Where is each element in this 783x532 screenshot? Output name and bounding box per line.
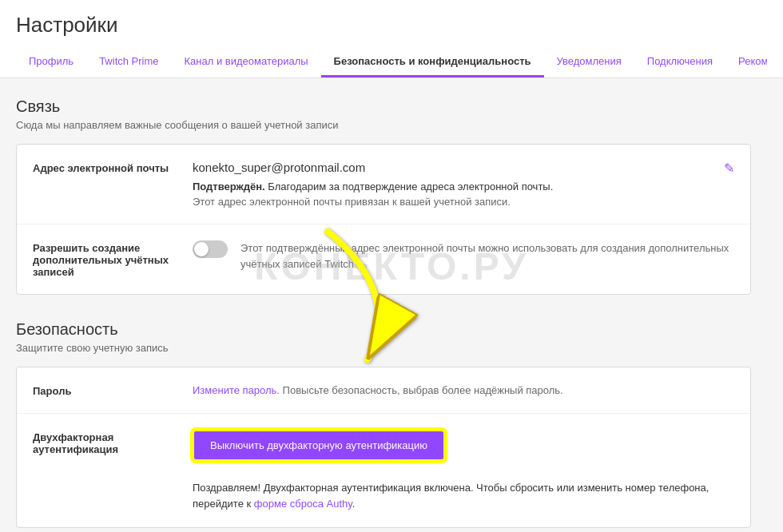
tab-connections[interactable]: Подключения [634,47,725,77]
twofa-content: Выключить двухфакторную аутентификацию П… [193,430,734,511]
nav-tabs: Профиль Twitch Prime Канал и видеоматери… [16,47,767,77]
disable-2fa-button[interactable]: Выключить двухфакторную аутентификацию [193,430,445,461]
password-content: Измените пароль. Повысьте безопасность, … [193,383,734,396]
twofa-note: Поздравляем! Двухфакторная аутентификаци… [193,480,734,511]
communication-subtitle: Сюда мы направляем важные сообщения о ва… [16,119,751,131]
allow-accounts-content: Этот подтверждённый адрес электронной по… [193,240,734,272]
email-confirmed: Подтверждён. Благодарим за подтверждение… [193,181,711,193]
tab-security[interactable]: Безопасность и конфиденциальность [321,47,544,77]
email-confirmed-bold: Подтверждён. [193,181,265,193]
page-title: Настройки [16,13,767,38]
twofa-label: Двухфакторная аутентификация [33,430,193,455]
password-desc: Повысьте безопасность, выбрав более надё… [283,384,563,396]
email-row: Адрес электронной почты konekto_super@pr… [17,145,750,224]
communication-section: Связь Сюда мы направляем важные сообщени… [16,97,751,295]
security-subtitle: Защитите свою учетную запись [16,342,751,354]
email-confirmed-detail: Благодарим за подтверждение адреса элект… [268,181,553,193]
tab-profile[interactable]: Профиль [16,47,86,77]
twofa-row: Двухфакторная аутентификация Выключить д… [17,414,750,527]
edit-email-button[interactable]: ✎ [724,161,734,175]
email-value: konekto_super@protonmail.com [193,161,711,174]
twofa-note-end: . [352,498,356,510]
page-header: Настройки Профиль Twitch Prime Канал и в… [0,0,783,78]
tab-recommendations[interactable]: Рекомендации [725,47,767,77]
change-password-link[interactable]: Измените пароль. [193,384,280,396]
password-row: Пароль Измените пароль. Повысьте безопас… [17,367,750,414]
security-card: Пароль Измените пароль. Повысьте безопас… [16,367,751,528]
toggle-wrapper: Этот подтверждённый адрес электронной по… [193,240,734,272]
toggle-track [193,240,228,258]
email-content: konekto_super@protonmail.com Подтверждён… [193,161,711,208]
password-text: Измените пароль. Повысьте безопасность, … [193,384,563,396]
communication-card: Адрес электронной почты konekto_super@pr… [16,144,751,295]
email-note: Этот адрес электронной почты привязан к … [193,196,711,208]
allow-accounts-desc: Этот подтверждённый адрес электронной по… [240,240,734,272]
email-edit-action: ✎ [711,161,734,176]
tab-twitch-prime[interactable]: Twitch Prime [86,47,171,77]
communication-title: Связь [16,97,751,116]
password-label: Пароль [33,383,193,397]
security-section: Безопасность Защитите свою учетную запис… [16,320,751,528]
email-label: Адрес электронной почты [33,161,193,174]
allow-accounts-toggle[interactable] [193,240,228,258]
allow-accounts-row: Разрешить создание дополнительных учётны… [17,224,750,294]
security-title: Безопасность [16,320,751,339]
main-content: Связь Сюда мы направляем важные сообщени… [0,78,767,532]
tab-notifications[interactable]: Уведомления [544,47,634,77]
allow-accounts-label: Разрешить создание дополнительных учётны… [33,240,193,278]
toggle-thumb [194,242,209,256]
authy-reset-link[interactable]: форме сброса Authy [254,498,352,510]
tab-channel[interactable]: Канал и видеоматериалы [172,47,321,77]
